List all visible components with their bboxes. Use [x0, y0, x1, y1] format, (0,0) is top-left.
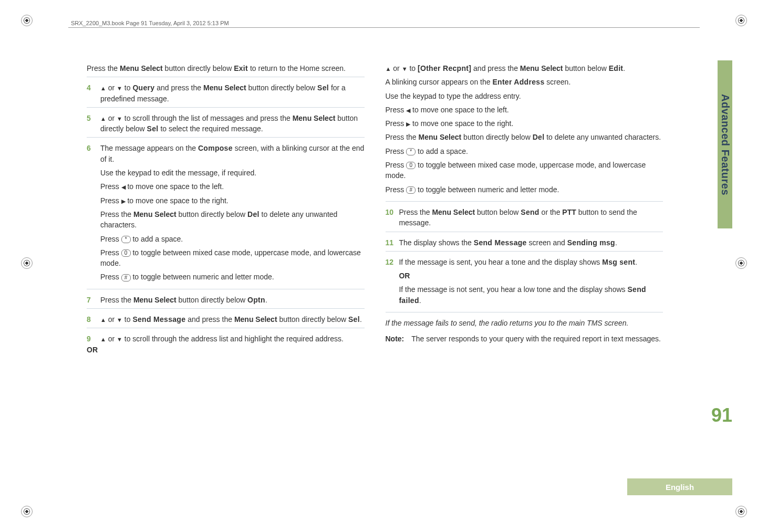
- right-arrow-icon: ▶: [121, 198, 126, 204]
- text: A blinking cursor appears on the: [386, 78, 493, 86]
- text: The display shows the: [399, 238, 473, 247]
- crop-mark-icon: [735, 257, 747, 269]
- or: or: [106, 335, 117, 343]
- page-number: 91: [711, 404, 732, 426]
- down-arrow-icon: ▼: [117, 116, 122, 122]
- text: Press the: [100, 210, 133, 218]
- menu-select-label: Menu Select: [432, 208, 475, 216]
- send-message-label: Send Message: [132, 315, 185, 324]
- right-column: ▲ or ▼ to [Other Recpnt] and press the M…: [386, 63, 695, 490]
- step-4: 4 ▲ or ▼ to Query and press the Menu Sel…: [87, 82, 365, 108]
- language-bar: English: [627, 478, 732, 495]
- note-text: The server responds to your query with t…: [411, 333, 661, 344]
- menu-select-label: Menu Select: [419, 133, 462, 141]
- sel-label: Sel: [348, 315, 360, 324]
- or: or: [106, 315, 117, 324]
- text: to add a space.: [131, 235, 183, 243]
- to: to: [408, 64, 418, 72]
- star-key-icon: *: [121, 236, 131, 243]
- step-number: 9: [87, 333, 98, 344]
- text: to toggle between numeric and letter mod…: [131, 273, 274, 281]
- or-label: OR: [87, 346, 98, 354]
- text: Press: [100, 182, 121, 191]
- menu-select-label: Menu Select: [133, 296, 177, 304]
- text: to scroll through the list of messages a…: [122, 114, 293, 122]
- text: to move one space to the left.: [126, 182, 224, 191]
- text: Press: [386, 119, 407, 128]
- text: Use the keypad to type the address entry…: [386, 91, 663, 101]
- step-11: 11 The display shows the Send Message sc…: [386, 237, 663, 252]
- send-label: Send: [521, 208, 539, 216]
- text: Press: [386, 147, 407, 155]
- text: to scroll through the address list and h…: [122, 335, 344, 343]
- text: button directly below: [246, 84, 317, 92]
- page-body: Press the Menu Select button directly be…: [87, 63, 694, 490]
- step-10: 10 Press the Menu Select button below Se…: [386, 207, 663, 232]
- left-arrow-icon: ◀: [406, 107, 410, 113]
- text: Press the: [100, 296, 133, 304]
- text: to move one space to the right.: [410, 119, 513, 128]
- text: Press: [386, 106, 407, 114]
- step-number: 10: [386, 207, 397, 217]
- text: button below: [563, 64, 609, 72]
- text: to move one space to the left.: [410, 106, 509, 114]
- text: Press: [100, 248, 121, 257]
- step-number: 12: [386, 257, 397, 267]
- text: to add a space.: [416, 147, 468, 155]
- down-arrow-icon: ▼: [117, 85, 122, 91]
- text: Use the keypad to edit the message, if r…: [100, 168, 365, 178]
- del-label: Del: [247, 210, 260, 218]
- or-label: OR: [399, 270, 663, 281]
- compose-label: Compose: [198, 144, 233, 152]
- text: Press: [100, 196, 121, 205]
- menu-select-label: Menu Select: [120, 64, 163, 72]
- step-number: 7: [87, 295, 98, 305]
- step-9-cont: ▲ or ▼ to [Other Recpnt] and press the M…: [386, 63, 663, 202]
- enter-address-label: Enter Address: [492, 78, 544, 86]
- text: to toggle between mixed case mode, upper…: [100, 248, 361, 267]
- zero-key-icon: 0: [121, 249, 131, 257]
- up-arrow-icon: ▲: [100, 116, 106, 122]
- step-7: 7 Press the Menu Select button directly …: [87, 295, 365, 309]
- text: The message appears on the: [100, 144, 198, 152]
- zero-key-icon: 0: [406, 162, 416, 169]
- text: Press: [100, 273, 121, 281]
- text: If the message is not sent, you hear a l…: [399, 285, 627, 294]
- star-key-icon: *: [406, 148, 416, 155]
- step-6: 6 The message appears on the Compose scr…: [87, 143, 365, 289]
- text: to toggle between numeric and letter mod…: [416, 185, 559, 194]
- text: Press: [386, 185, 407, 194]
- text: to select the required message.: [159, 124, 263, 133]
- text: to toggle between mixed case mode, upper…: [386, 161, 646, 180]
- text: to delete any unwanted characters.: [544, 133, 661, 141]
- send-message-screen-label: Send Message: [474, 238, 527, 247]
- text: to return to the Home screen.: [248, 64, 346, 72]
- step-9: 9 ▲ or ▼ to scroll through the address l…: [87, 333, 365, 355]
- text: button directly below: [177, 296, 247, 304]
- menu-select-label: Menu Select: [133, 210, 177, 218]
- or: or: [106, 84, 117, 92]
- step-12: 12 If the message is sent, you hear a to…: [386, 257, 663, 312]
- text: Press: [386, 161, 407, 169]
- menu-select-label: Menu Select: [203, 84, 246, 92]
- crop-mark-icon: [21, 15, 33, 26]
- text: .: [265, 296, 267, 304]
- text: Press the: [386, 133, 419, 141]
- note-block: Note: The server responds to your query …: [386, 333, 663, 344]
- text: Press the: [87, 64, 120, 72]
- step-number: 5: [87, 113, 98, 123]
- hash-key-icon: #: [121, 274, 131, 281]
- text: .: [635, 258, 637, 266]
- text: and press the: [185, 315, 234, 324]
- text: .: [419, 296, 421, 305]
- to: to: [122, 315, 132, 324]
- header-text: SRX_2200_M3.book Page 91 Tuesday, April …: [71, 20, 229, 26]
- fail-note: If the message fails to send, the radio …: [386, 318, 663, 328]
- side-tab-label: Advanced Features: [719, 93, 731, 195]
- text: button directly below: [163, 64, 234, 72]
- or: or: [391, 64, 401, 72]
- step-number: 4: [87, 82, 98, 93]
- up-arrow-icon: ▲: [100, 317, 106, 323]
- up-arrow-icon: ▲: [100, 336, 106, 342]
- sel-label: Sel: [147, 124, 159, 133]
